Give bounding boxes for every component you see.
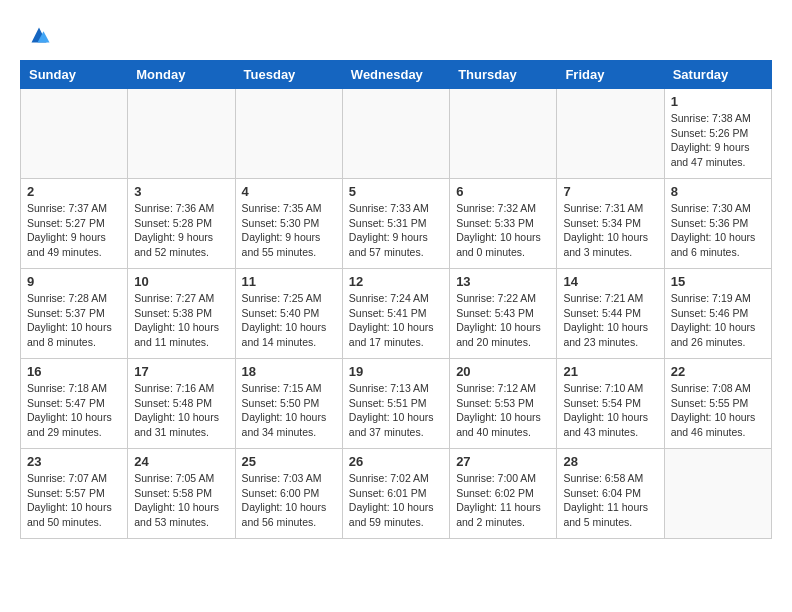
day-info: Sunrise: 7:12 AM Sunset: 5:53 PM Dayligh… (456, 381, 550, 440)
calendar-day-cell: 15Sunrise: 7:19 AM Sunset: 5:46 PM Dayli… (664, 269, 771, 359)
calendar-day-cell: 5Sunrise: 7:33 AM Sunset: 5:31 PM Daylig… (342, 179, 449, 269)
day-info: Sunrise: 7:30 AM Sunset: 5:36 PM Dayligh… (671, 201, 765, 260)
day-number: 12 (349, 274, 443, 289)
day-info: Sunrise: 7:28 AM Sunset: 5:37 PM Dayligh… (27, 291, 121, 350)
day-number: 2 (27, 184, 121, 199)
day-info: Sunrise: 7:10 AM Sunset: 5:54 PM Dayligh… (563, 381, 657, 440)
calendar-day-cell: 20Sunrise: 7:12 AM Sunset: 5:53 PM Dayli… (450, 359, 557, 449)
calendar-day-cell (664, 449, 771, 539)
day-number: 28 (563, 454, 657, 469)
day-number: 14 (563, 274, 657, 289)
calendar-day-cell: 17Sunrise: 7:16 AM Sunset: 5:48 PM Dayli… (128, 359, 235, 449)
calendar-day-cell: 9Sunrise: 7:28 AM Sunset: 5:37 PM Daylig… (21, 269, 128, 359)
calendar-day-cell: 26Sunrise: 7:02 AM Sunset: 6:01 PM Dayli… (342, 449, 449, 539)
day-info: Sunrise: 7:31 AM Sunset: 5:34 PM Dayligh… (563, 201, 657, 260)
day-info: Sunrise: 7:15 AM Sunset: 5:50 PM Dayligh… (242, 381, 336, 440)
calendar-week-row: 9Sunrise: 7:28 AM Sunset: 5:37 PM Daylig… (21, 269, 772, 359)
day-info: Sunrise: 7:07 AM Sunset: 5:57 PM Dayligh… (27, 471, 121, 530)
day-number: 24 (134, 454, 228, 469)
calendar-day-cell: 8Sunrise: 7:30 AM Sunset: 5:36 PM Daylig… (664, 179, 771, 269)
calendar-day-cell (342, 89, 449, 179)
calendar-day-header: Wednesday (342, 61, 449, 89)
calendar-day-cell: 12Sunrise: 7:24 AM Sunset: 5:41 PM Dayli… (342, 269, 449, 359)
day-number: 22 (671, 364, 765, 379)
calendar-day-cell (557, 89, 664, 179)
calendar-day-cell: 11Sunrise: 7:25 AM Sunset: 5:40 PM Dayli… (235, 269, 342, 359)
day-number: 25 (242, 454, 336, 469)
calendar-day-header: Monday (128, 61, 235, 89)
day-info: Sunrise: 7:16 AM Sunset: 5:48 PM Dayligh… (134, 381, 228, 440)
day-number: 1 (671, 94, 765, 109)
calendar-day-header: Thursday (450, 61, 557, 89)
calendar-day-cell (450, 89, 557, 179)
day-info: Sunrise: 7:21 AM Sunset: 5:44 PM Dayligh… (563, 291, 657, 350)
day-number: 9 (27, 274, 121, 289)
day-info: Sunrise: 7:18 AM Sunset: 5:47 PM Dayligh… (27, 381, 121, 440)
calendar-day-cell: 18Sunrise: 7:15 AM Sunset: 5:50 PM Dayli… (235, 359, 342, 449)
day-number: 7 (563, 184, 657, 199)
calendar-day-cell: 19Sunrise: 7:13 AM Sunset: 5:51 PM Dayli… (342, 359, 449, 449)
day-number: 19 (349, 364, 443, 379)
day-number: 15 (671, 274, 765, 289)
day-number: 26 (349, 454, 443, 469)
day-info: Sunrise: 7:24 AM Sunset: 5:41 PM Dayligh… (349, 291, 443, 350)
day-number: 27 (456, 454, 550, 469)
calendar-day-cell: 10Sunrise: 7:27 AM Sunset: 5:38 PM Dayli… (128, 269, 235, 359)
calendar-header-row: SundayMondayTuesdayWednesdayThursdayFrid… (21, 61, 772, 89)
day-info: Sunrise: 7:02 AM Sunset: 6:01 PM Dayligh… (349, 471, 443, 530)
day-info: Sunrise: 7:27 AM Sunset: 5:38 PM Dayligh… (134, 291, 228, 350)
calendar-day-header: Sunday (21, 61, 128, 89)
day-info: Sunrise: 7:13 AM Sunset: 5:51 PM Dayligh… (349, 381, 443, 440)
calendar-day-cell (235, 89, 342, 179)
calendar-day-cell: 25Sunrise: 7:03 AM Sunset: 6:00 PM Dayli… (235, 449, 342, 539)
day-info: Sunrise: 7:25 AM Sunset: 5:40 PM Dayligh… (242, 291, 336, 350)
day-number: 13 (456, 274, 550, 289)
day-number: 21 (563, 364, 657, 379)
calendar-day-cell: 14Sunrise: 7:21 AM Sunset: 5:44 PM Dayli… (557, 269, 664, 359)
calendar-day-cell (21, 89, 128, 179)
day-info: Sunrise: 7:33 AM Sunset: 5:31 PM Dayligh… (349, 201, 443, 260)
calendar-day-cell: 27Sunrise: 7:00 AM Sunset: 6:02 PM Dayli… (450, 449, 557, 539)
calendar-day-cell: 22Sunrise: 7:08 AM Sunset: 5:55 PM Dayli… (664, 359, 771, 449)
day-number: 16 (27, 364, 121, 379)
calendar-week-row: 23Sunrise: 7:07 AM Sunset: 5:57 PM Dayli… (21, 449, 772, 539)
calendar-week-row: 2Sunrise: 7:37 AM Sunset: 5:27 PM Daylig… (21, 179, 772, 269)
calendar-day-cell (128, 89, 235, 179)
calendar-day-cell: 13Sunrise: 7:22 AM Sunset: 5:43 PM Dayli… (450, 269, 557, 359)
day-info: Sunrise: 6:58 AM Sunset: 6:04 PM Dayligh… (563, 471, 657, 530)
day-info: Sunrise: 7:38 AM Sunset: 5:26 PM Dayligh… (671, 111, 765, 170)
logo (20, 20, 54, 50)
calendar-day-cell: 24Sunrise: 7:05 AM Sunset: 5:58 PM Dayli… (128, 449, 235, 539)
day-number: 6 (456, 184, 550, 199)
calendar-week-row: 16Sunrise: 7:18 AM Sunset: 5:47 PM Dayli… (21, 359, 772, 449)
calendar-day-cell: 16Sunrise: 7:18 AM Sunset: 5:47 PM Dayli… (21, 359, 128, 449)
day-number: 23 (27, 454, 121, 469)
day-info: Sunrise: 7:32 AM Sunset: 5:33 PM Dayligh… (456, 201, 550, 260)
calendar-day-cell: 3Sunrise: 7:36 AM Sunset: 5:28 PM Daylig… (128, 179, 235, 269)
day-info: Sunrise: 7:08 AM Sunset: 5:55 PM Dayligh… (671, 381, 765, 440)
day-info: Sunrise: 7:19 AM Sunset: 5:46 PM Dayligh… (671, 291, 765, 350)
logo-icon (24, 20, 54, 50)
day-info: Sunrise: 7:35 AM Sunset: 5:30 PM Dayligh… (242, 201, 336, 260)
calendar-day-header: Saturday (664, 61, 771, 89)
day-number: 17 (134, 364, 228, 379)
day-number: 18 (242, 364, 336, 379)
day-info: Sunrise: 7:00 AM Sunset: 6:02 PM Dayligh… (456, 471, 550, 530)
calendar-week-row: 1Sunrise: 7:38 AM Sunset: 5:26 PM Daylig… (21, 89, 772, 179)
day-info: Sunrise: 7:37 AM Sunset: 5:27 PM Dayligh… (27, 201, 121, 260)
day-number: 11 (242, 274, 336, 289)
day-number: 20 (456, 364, 550, 379)
day-number: 3 (134, 184, 228, 199)
calendar-table: SundayMondayTuesdayWednesdayThursdayFrid… (20, 60, 772, 539)
calendar-day-header: Friday (557, 61, 664, 89)
calendar-day-cell: 28Sunrise: 6:58 AM Sunset: 6:04 PM Dayli… (557, 449, 664, 539)
calendar-day-cell: 21Sunrise: 7:10 AM Sunset: 5:54 PM Dayli… (557, 359, 664, 449)
day-number: 10 (134, 274, 228, 289)
page-header (20, 20, 772, 50)
day-info: Sunrise: 7:36 AM Sunset: 5:28 PM Dayligh… (134, 201, 228, 260)
day-info: Sunrise: 7:22 AM Sunset: 5:43 PM Dayligh… (456, 291, 550, 350)
day-info: Sunrise: 7:03 AM Sunset: 6:00 PM Dayligh… (242, 471, 336, 530)
day-number: 8 (671, 184, 765, 199)
calendar-day-cell: 23Sunrise: 7:07 AM Sunset: 5:57 PM Dayli… (21, 449, 128, 539)
day-info: Sunrise: 7:05 AM Sunset: 5:58 PM Dayligh… (134, 471, 228, 530)
